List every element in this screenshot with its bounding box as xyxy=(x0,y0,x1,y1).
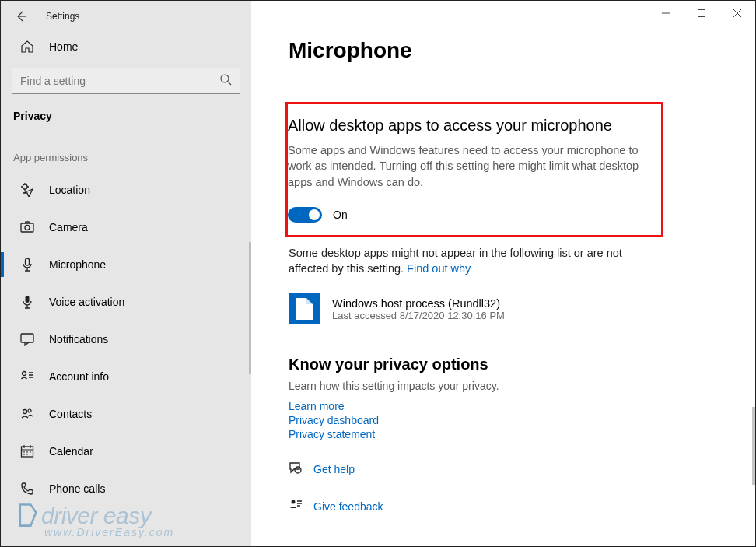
search-box[interactable] xyxy=(12,68,240,94)
apps-note: Some desktop apps might not appear in th… xyxy=(289,245,646,277)
privacy-heading: Know your privacy options xyxy=(289,356,740,373)
settings-window: Settings Home Privacy App permissions Lo… xyxy=(0,0,756,547)
main-panel: Microphone Allow desktop apps to access … xyxy=(251,1,755,546)
sidebar-item-label: Account info xyxy=(49,370,109,383)
toggle-state-label: On xyxy=(333,209,348,221)
sidebar-item-notifications[interactable]: Notifications xyxy=(1,321,251,358)
content: Microphone Allow desktop apps to access … xyxy=(251,1,755,546)
privacy-link-learn-more[interactable]: Learn more xyxy=(289,400,740,412)
notification-icon xyxy=(19,332,35,346)
privacy-link-privacy-dashboard[interactable]: Privacy dashboard xyxy=(289,414,740,426)
sidebar-item-microphone[interactable]: Microphone xyxy=(1,246,251,283)
account-icon xyxy=(19,370,35,384)
calendar-icon xyxy=(19,444,35,458)
chat-icon xyxy=(289,461,306,478)
home-nav[interactable]: Home xyxy=(1,32,251,61)
microphone-icon xyxy=(19,258,35,272)
titlebar: Settings xyxy=(1,1,251,32)
sidebar-item-camera[interactable]: Camera xyxy=(1,209,251,246)
app-row: Windows host process (Rundll32) Last acc… xyxy=(289,293,740,324)
sidebar-item-contacts[interactable]: Contacts xyxy=(1,395,251,433)
contacts-icon xyxy=(19,407,35,421)
svg-point-13 xyxy=(292,500,296,504)
privacy-links: Learn morePrivacy dashboardPrivacy state… xyxy=(289,400,740,440)
home-label: Home xyxy=(49,40,78,53)
back-button[interactable] xyxy=(10,5,32,27)
svg-point-0 xyxy=(221,75,229,82)
privacy-desc: Learn how this setting impacts your priv… xyxy=(289,380,740,392)
svg-point-7 xyxy=(23,372,26,376)
privacy-link-privacy-statement[interactable]: Privacy statement xyxy=(289,428,740,440)
find-out-why-link[interactable]: Find out why xyxy=(407,262,471,275)
sidebar-item-voice-activation[interactable]: Voice activation xyxy=(1,283,251,321)
get-help-row[interactable]: Get help xyxy=(289,461,740,478)
svg-rect-4 xyxy=(26,258,30,265)
window-title: Settings xyxy=(46,11,79,22)
highlighted-setting: Allow desktop apps to access your microp… xyxy=(285,102,663,237)
phone-icon xyxy=(19,482,35,496)
sidebar-item-label: Voice activation xyxy=(49,296,124,308)
svg-point-12 xyxy=(295,467,301,473)
app-icon xyxy=(289,293,320,324)
location-icon xyxy=(19,183,35,197)
sidebar-item-label: Location xyxy=(49,184,90,196)
svg-rect-6 xyxy=(21,334,33,342)
sidebar-item-label: Notifications xyxy=(49,333,108,345)
feedback-row[interactable]: Give feedback xyxy=(289,498,740,515)
feedback-link[interactable]: Give feedback xyxy=(313,500,383,513)
voice-icon xyxy=(19,295,35,309)
get-help-link[interactable]: Get help xyxy=(313,463,355,475)
page-title: Microphone xyxy=(289,38,740,63)
search-icon xyxy=(219,73,232,89)
sidebar-item-label: Microphone xyxy=(49,258,106,271)
watermark: driver easy www.DriverEasy.com xyxy=(15,502,174,538)
sidebar-item-calendar[interactable]: Calendar xyxy=(1,433,251,470)
svg-point-8 xyxy=(23,410,27,414)
section-header: App permissions xyxy=(1,146,251,171)
sidebar-item-label: Contacts xyxy=(49,408,92,420)
allow-heading: Allow desktop apps to access your microp… xyxy=(288,117,647,135)
camera-icon xyxy=(19,220,35,234)
allow-toggle[interactable] xyxy=(288,207,322,223)
sidebar-item-label: Camera xyxy=(49,221,88,233)
sidebar: Settings Home Privacy App permissions Lo… xyxy=(1,1,251,546)
category-label: Privacy xyxy=(1,105,251,146)
content-scrollbar[interactable] xyxy=(752,407,755,485)
svg-point-9 xyxy=(28,409,31,412)
nav-list: LocationCameraMicrophoneVoice activation… xyxy=(1,171,251,507)
search-input[interactable] xyxy=(20,75,219,87)
feedback-icon xyxy=(289,498,306,515)
svg-rect-5 xyxy=(26,296,30,303)
svg-point-3 xyxy=(25,226,30,230)
svg-point-1 xyxy=(23,184,27,189)
arrow-left-icon xyxy=(15,10,27,23)
home-icon xyxy=(19,40,35,54)
sidebar-item-account-info[interactable]: Account info xyxy=(1,358,251,395)
sidebar-item-phone-calls[interactable]: Phone calls xyxy=(1,470,251,507)
sidebar-item-label: Calendar xyxy=(49,445,93,458)
app-name: Windows host process (Rundll32) xyxy=(332,297,505,310)
app-last-access: Last accessed 8/17/2020 12:30:16 PM xyxy=(332,310,505,321)
allow-description: Some apps and Windows features need to a… xyxy=(288,142,646,190)
sidebar-item-label: Phone calls xyxy=(49,482,105,495)
svg-rect-2 xyxy=(21,223,33,232)
sidebar-item-location[interactable]: Location xyxy=(1,171,251,209)
